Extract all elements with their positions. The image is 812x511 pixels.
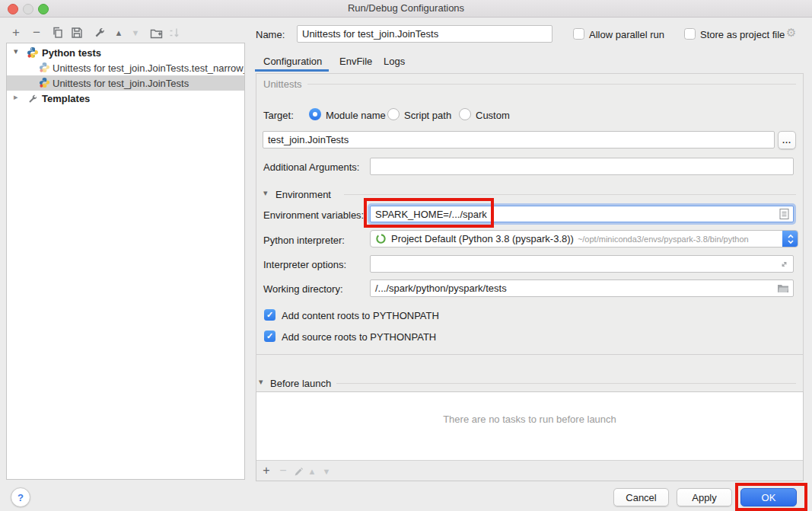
copy-configuration-button[interactable] (50, 25, 65, 40)
additional-arguments-input[interactable] (370, 158, 794, 175)
plus-icon: + (12, 26, 20, 40)
python-interpreter-path: ~/opt/miniconda3/envs/pyspark-3.8/bin/py… (578, 235, 749, 244)
tree-item-unittests-jointests-selected[interactable]: Unittests for test_join.JoinTests (7, 75, 244, 91)
plus-icon: + (263, 464, 269, 477)
arrow-down-icon: ▼ (323, 467, 331, 476)
store-as-project-file-label: Store as project file (700, 29, 785, 40)
name-input[interactable]: Unittests for test_join.JoinTests (297, 25, 552, 43)
add-content-roots-label: Add content roots to PYTHONPATH (282, 310, 439, 321)
unittests-group-bottom-border (256, 354, 804, 355)
apply-button[interactable]: Apply (677, 488, 732, 506)
before-launch-tasks-box: There are no tasks to run before launch … (256, 391, 804, 481)
add-source-roots-label: Add source roots to PYTHONPATH (282, 331, 436, 343)
tab-envfile[interactable]: EnvFile (339, 56, 372, 67)
name-value: Unittests for test_join.JoinTests (302, 28, 438, 40)
conda-env-icon (375, 233, 387, 244)
additional-arguments-label: Additional Arguments: (263, 161, 359, 173)
dropdown-stepper-icon[interactable] (782, 230, 798, 248)
edit-templates-button[interactable] (92, 25, 107, 40)
environment-collapse-icon[interactable]: ▾ (263, 188, 268, 198)
arrow-up-icon: ▲ (115, 28, 123, 37)
environment-separator (344, 194, 796, 195)
annotation-box-ok-button (735, 483, 807, 511)
sort-alphabetically-icon (168, 27, 180, 39)
sort-configurations-button (167, 25, 182, 40)
radio-custom[interactable] (459, 108, 471, 120)
copy-icon (52, 27, 64, 39)
group-separator (307, 84, 796, 85)
before-launch-empty-text: There are no tasks to run before launch (256, 414, 803, 425)
save-configuration-button[interactable] (69, 25, 84, 40)
working-directory-input[interactable]: /.../spark/python/pyspark/tests (370, 279, 794, 297)
radio-module-name-label: Module name (326, 110, 386, 121)
python-interpreter-value: Project Default (Python 3.8 (pyspark-3.8… (391, 233, 574, 244)
python-interpreter-dropdown[interactable]: Project Default (Python 3.8 (pyspark-3.8… (370, 230, 798, 248)
tree-item-label: Python tests (42, 47, 101, 59)
tab-configuration[interactable]: Configuration (263, 56, 322, 67)
radio-module-name[interactable] (309, 108, 321, 120)
before-launch-add-button[interactable]: + (260, 464, 273, 477)
folder-icon[interactable] (777, 284, 789, 293)
add-source-roots-checkbox[interactable]: ✓ (264, 331, 275, 342)
environment-variables-label: Environment variables: (263, 209, 364, 221)
move-up-button[interactable]: ▲ (111, 25, 126, 40)
allow-parallel-run-checkbox[interactable] (573, 28, 584, 40)
expand-field-icon[interactable] (779, 259, 789, 269)
python-tests-icon (27, 46, 39, 61)
environment-section-label: Environment (275, 189, 331, 200)
unittests-group-label: Unittests (263, 78, 302, 90)
before-launch-section-label: Before launch (270, 378, 331, 389)
store-settings-gear-icon[interactable]: ⚙ (786, 26, 796, 40)
radio-custom-label: Custom (476, 110, 510, 121)
cancel-button[interactable]: Cancel (613, 488, 669, 506)
tree-item-templates[interactable]: ▸ Templates (7, 91, 244, 106)
collapse-icon[interactable]: ▾ (14, 46, 18, 56)
working-directory-value: /.../spark/python/pyspark/tests (375, 283, 507, 294)
minus-icon: − (33, 26, 40, 40)
module-name-input[interactable]: test_join.JoinTests (263, 131, 775, 149)
create-folder-button[interactable] (148, 25, 164, 40)
configurations-tree: ▾ Python tests Unittests for test_join.J… (6, 43, 245, 480)
title-bar: Run/Debug Configurations (0, 0, 812, 18)
radio-script-path[interactable] (387, 108, 400, 120)
tree-item-label: Unittests for test_join.JoinTests.test_n… (53, 62, 245, 74)
new-folder-icon (150, 27, 163, 39)
tab-logs[interactable]: Logs (384, 56, 405, 67)
working-directory-label: Working directory: (263, 283, 343, 295)
help-button[interactable]: ? (11, 487, 30, 507)
browse-module-button[interactable]: ... (778, 131, 796, 149)
window-title: Run/Debug Configurations (0, 2, 812, 14)
store-as-project-file-checkbox[interactable] (684, 28, 696, 40)
run-debug-configurations-dialog: Run/Debug Configurations + − ▲ ▼ ▾ (0, 0, 812, 511)
before-launch-task-list[interactable]: There are no tasks to run before launch (256, 392, 803, 461)
check-icon: ✓ (266, 310, 273, 320)
tree-item-label: Templates (42, 93, 90, 104)
annotation-box-env-vars (364, 198, 494, 228)
arrow-up-icon: ▲ (308, 467, 317, 476)
arrow-down-icon: ▼ (132, 28, 140, 37)
apply-label: Apply (692, 492, 717, 503)
remove-configuration-button[interactable]: − (29, 25, 44, 40)
tree-item-python-tests[interactable]: ▾ Python tests (7, 45, 244, 60)
templates-wrench-icon (27, 94, 38, 107)
minus-icon: − (279, 464, 286, 477)
before-launch-separator (336, 383, 796, 384)
name-label: Name: (256, 29, 285, 40)
before-launch-move-down-button: ▼ (320, 465, 333, 478)
move-down-button: ▼ (128, 25, 143, 40)
target-label: Target: (263, 110, 294, 121)
add-content-roots-checkbox[interactable]: ✓ (264, 309, 275, 321)
add-configuration-button[interactable]: + (8, 25, 24, 40)
pencil-icon (294, 467, 304, 477)
allow-parallel-run-label: Allow parallel run (589, 29, 664, 40)
python-interpreter-label: Python interpreter: (263, 235, 345, 246)
interpreter-options-input[interactable] (370, 255, 794, 273)
browse-env-vars-icon[interactable] (779, 209, 789, 220)
question-icon: ? (18, 492, 24, 503)
wrench-icon (94, 27, 106, 39)
tree-item-unittests-test-narrow[interactable]: Unittests for test_join.JoinTests.test_n… (7, 60, 244, 75)
python-test-config-icon (39, 77, 50, 91)
expand-icon[interactable]: ▸ (14, 92, 18, 102)
before-launch-collapse-icon[interactable]: ▾ (259, 377, 263, 387)
save-icon (71, 27, 83, 39)
